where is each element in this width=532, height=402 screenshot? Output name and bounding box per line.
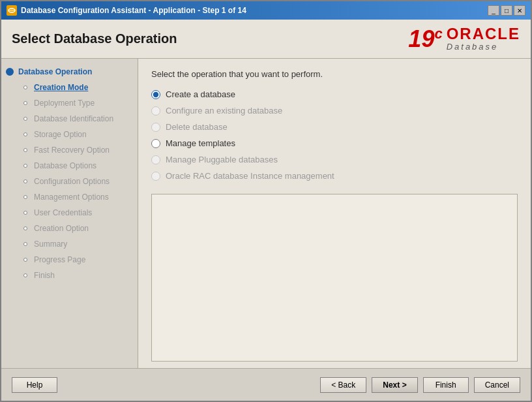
- step-dot-11: [23, 242, 27, 246]
- minimize-button[interactable]: _: [488, 5, 499, 16]
- step-dot-7: [23, 179, 27, 183]
- step-indicator-storage: [20, 129, 31, 140]
- step-dot-10: [23, 226, 27, 230]
- step-dot-13: [23, 273, 27, 277]
- footer-left: Help: [12, 377, 57, 393]
- radio-item-oracle-rac: Oracle RAC database Instance management: [151, 171, 518, 181]
- sidebar-label-db-options: Database Options: [34, 161, 96, 170]
- oracle-logo: 19c ORACLE Database: [408, 26, 520, 52]
- main-content: Database Operation Creation Mode Deploym…: [1, 59, 531, 368]
- label-oracle-rac: Oracle RAC database Instance management: [166, 171, 334, 181]
- cancel-button[interactable]: Cancel: [474, 377, 520, 393]
- radio-oracle-rac[interactable]: [151, 172, 160, 181]
- sidebar-item-configuration-options: Configuration Options: [1, 174, 138, 189]
- window-title: Database Configuration Assistant - Appli…: [21, 6, 246, 15]
- sidebar-label-database-operation: Database Operation: [18, 67, 92, 76]
- step-indicator-db-id: [20, 113, 31, 125]
- sidebar-label-creation-mode: Creation Mode: [34, 83, 88, 92]
- step-dot-9: [23, 211, 27, 215]
- sidebar: Database Operation Creation Mode Deploym…: [1, 59, 138, 368]
- title-bar: Database Configuration Assistant - Appli…: [1, 1, 531, 20]
- sidebar-label-progress: Progress Page: [34, 255, 85, 264]
- operation-radio-group: Create a database Configure an existing …: [151, 89, 518, 181]
- sidebar-item-progress-page: Progress Page: [1, 252, 138, 268]
- step-dot-3: [23, 117, 27, 121]
- step-indicator-user-creds: [20, 207, 31, 219]
- label-configure-existing: Configure an existing database: [166, 106, 282, 116]
- version-number: 19c: [408, 27, 442, 51]
- radio-item-manage-pluggable: Manage Pluggable databases: [151, 155, 518, 164]
- oracle-product: Database: [447, 42, 520, 52]
- label-manage-templates[interactable]: Manage templates: [166, 138, 235, 148]
- panel-description: Select the operation that you want to pe…: [151, 69, 518, 79]
- label-create-database[interactable]: Create a database: [166, 89, 235, 99]
- page-title: Select Database Operation: [12, 31, 177, 46]
- label-manage-pluggable: Manage Pluggable databases: [166, 155, 278, 164]
- step-dot-5: [23, 148, 27, 152]
- info-box: [151, 194, 518, 362]
- step-indicator-deployment-type: [20, 97, 31, 109]
- sidebar-item-deployment-type: Deployment Type: [1, 95, 138, 111]
- sidebar-item-creation-option: Creation Option: [1, 221, 138, 236]
- sidebar-label-db-id: Database Identification: [34, 114, 113, 123]
- radio-item-delete-database: Delete database: [151, 122, 518, 132]
- sidebar-label-mgmt-options: Management Options: [34, 193, 109, 202]
- sidebar-label-user-creds: User Credentials: [34, 208, 92, 217]
- step-dot: [23, 85, 27, 89]
- radio-manage-pluggable[interactable]: [151, 155, 160, 164]
- radio-item-manage-templates: Manage templates: [151, 138, 518, 148]
- step-indicator-fast-recovery: [20, 144, 31, 156]
- sidebar-item-user-credentials: User Credentials: [1, 205, 138, 221]
- step-indicator-creation-option: [20, 223, 31, 234]
- sidebar-label-finish: Finish: [34, 271, 55, 280]
- sidebar-item-finish: Finish: [1, 268, 138, 283]
- close-button[interactable]: ✕: [514, 5, 525, 16]
- sidebar-label-fast-recovery: Fast Recovery Option: [34, 146, 110, 155]
- step-indicator-finish: [20, 270, 31, 281]
- sidebar-label-storage: Storage Option: [34, 130, 87, 139]
- step-indicator-progress: [20, 254, 31, 266]
- step-dot-8: [23, 195, 27, 199]
- sidebar-label-summary: Summary: [34, 240, 67, 249]
- header-bar: Select Database Operation 19c ORACLE Dat…: [1, 20, 531, 59]
- sidebar-item-storage-option: Storage Option: [1, 127, 138, 142]
- step-indicator-config-options: [20, 176, 31, 187]
- right-panel: Select the operation that you want to pe…: [138, 59, 531, 368]
- app-icon: [7, 5, 17, 16]
- radio-manage-templates[interactable]: [151, 139, 160, 148]
- main-window: Database Configuration Assistant - Appli…: [0, 0, 532, 402]
- oracle-brand: ORACLE Database: [447, 26, 520, 52]
- step-indicator-database-operation: [4, 66, 16, 78]
- step-circle-active: [6, 68, 14, 76]
- sidebar-item-database-options: Database Options: [1, 158, 138, 174]
- step-dot-4: [23, 132, 27, 136]
- radio-item-create-database: Create a database: [151, 89, 518, 99]
- finish-button[interactable]: Finish: [423, 377, 469, 393]
- oracle-name: ORACLE: [447, 26, 520, 42]
- step-indicator-creation-mode: [20, 82, 31, 93]
- sidebar-item-summary: Summary: [1, 236, 138, 252]
- step-indicator-summary: [20, 238, 31, 250]
- step-indicator-db-options: [20, 160, 31, 172]
- next-button[interactable]: Next >: [372, 377, 417, 393]
- sidebar-item-database-identification: Database Identification: [1, 111, 138, 127]
- step-dot-2: [23, 101, 27, 105]
- radio-create-database[interactable]: [151, 90, 160, 99]
- back-button[interactable]: < Back: [320, 377, 366, 393]
- footer-right: < Back Next > Finish Cancel: [320, 377, 520, 393]
- sidebar-label-creation-option: Creation Option: [34, 224, 89, 233]
- step-indicator-mgmt-options: [20, 191, 31, 203]
- radio-configure-existing[interactable]: [151, 106, 160, 116]
- sidebar-item-management-options: Management Options: [1, 189, 138, 205]
- sidebar-item-database-operation[interactable]: Database Operation: [1, 64, 138, 80]
- step-dot-12: [23, 258, 27, 262]
- sidebar-item-creation-mode[interactable]: Creation Mode: [1, 80, 138, 95]
- maximize-button[interactable]: □: [501, 5, 512, 16]
- sidebar-label-config-options: Configuration Options: [34, 177, 110, 186]
- help-button[interactable]: Help: [12, 377, 57, 393]
- radio-delete-database[interactable]: [151, 123, 160, 132]
- step-dot-6: [23, 164, 27, 168]
- title-bar-left: Database Configuration Assistant - Appli…: [7, 5, 246, 16]
- radio-item-configure-existing: Configure an existing database: [151, 106, 518, 116]
- sidebar-item-fast-recovery: Fast Recovery Option: [1, 142, 138, 158]
